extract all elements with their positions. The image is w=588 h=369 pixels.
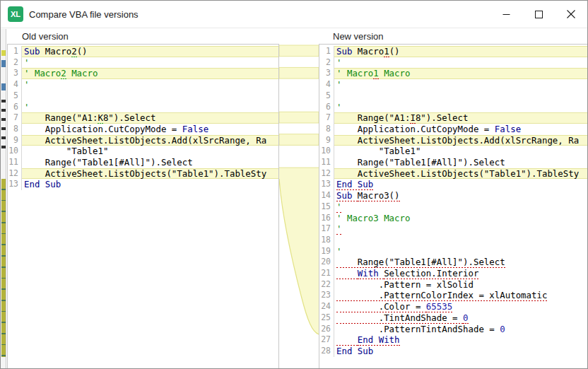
- diff-connector: [279, 44, 319, 369]
- ruler-position-mark: [1, 83, 6, 90]
- code-line: 11 Range("Table1[#All]").Select: [8, 157, 278, 168]
- line-number: 7: [319, 112, 334, 124]
- line-number: 8: [8, 124, 22, 135]
- changed-row-band: [279, 45, 319, 57]
- code-text: Range("Table1[#All]").Select: [334, 257, 588, 268]
- code-line: 18: [319, 235, 588, 246]
- line-number: 9: [319, 135, 334, 146]
- close-button[interactable]: [555, 1, 587, 28]
- code-line: 14Sub Macro3(): [319, 190, 588, 201]
- old-code-pane[interactable]: 1Sub Macro2()2'3' Macro2 Macro4'56'7 Ran…: [7, 44, 279, 369]
- line-number: 24: [319, 301, 334, 312]
- line-number: 12: [8, 168, 22, 180]
- code-text: Application.CutCopyMode = False: [334, 124, 588, 135]
- code-text: "Table1": [334, 146, 588, 157]
- code-line: 4': [8, 79, 278, 90]
- code-line: 7 Range("A1:K8").Select: [8, 112, 278, 124]
- line-number: 6: [8, 102, 22, 113]
- code-line: 9 ActiveSheet.ListObjects.Add(xlSrcRange…: [319, 135, 588, 146]
- old-code-body: 1Sub Macro2()2'3' Macro2 Macro4'56'7 Ran…: [8, 46, 278, 190]
- line-number: 13: [8, 179, 22, 190]
- code-line: 28End Sub: [319, 346, 588, 357]
- code-line: 8 Application.CutCopyMode = False: [319, 124, 588, 135]
- line-number: 6: [319, 102, 334, 113]
- line-number: 17: [319, 223, 334, 235]
- line-number: 20: [319, 257, 334, 268]
- code-text: Range("Table1[#All]").Select: [22, 157, 278, 168]
- code-text: Application.CutCopyMode = False: [22, 124, 278, 135]
- line-number: 3: [8, 68, 22, 79]
- code-text: Sub Macro1(): [334, 46, 588, 57]
- line-number: 26: [319, 324, 334, 335]
- code-line: 12 ActiveSheet.ListObjects("Table1").Tab…: [319, 168, 588, 180]
- line-number: 4: [8, 79, 22, 90]
- code-line: 5: [8, 90, 278, 102]
- new-code-pane[interactable]: 1Sub Macro1()2'3' Macro1 Macro4'56'7 Ran…: [319, 44, 588, 369]
- code-line: 2': [319, 57, 588, 69]
- code-line: 26 .PatternTintAndShade = 0: [319, 324, 588, 335]
- maximize-icon: [535, 11, 543, 18]
- line-number: 28: [319, 346, 334, 357]
- line-number: 11: [319, 157, 334, 168]
- line-number: 11: [8, 157, 22, 168]
- code-text: ActiveSheet.ListObjects.Add(xlSrcRange, …: [22, 135, 278, 146]
- ruler-diff-ticks: [1, 100, 6, 155]
- code-text: .Pattern = xlSolid: [334, 279, 588, 291]
- code-text: Sub Macro3(): [334, 190, 588, 201]
- new-code-body: 1Sub Macro1()2'3' Macro1 Macro4'56'7 Ran…: [319, 46, 588, 357]
- code-text: ': [22, 57, 278, 69]
- code-line: 2': [8, 57, 278, 69]
- ruler-position-mark: [1, 60, 6, 67]
- code-text: End With: [334, 334, 588, 346]
- code-line: 21 With Selection.Interior: [319, 268, 588, 279]
- changed-row-band: [279, 112, 319, 123]
- code-text: ' Macro1 Macro: [334, 68, 588, 79]
- code-text: Range("Table1[#All]").Select: [334, 157, 588, 168]
- line-number: 21: [319, 268, 334, 279]
- inserted-block-wedge: [279, 168, 319, 334]
- changed-row-band: [279, 67, 319, 78]
- line-number: 8: [319, 124, 334, 135]
- code-line: 9 ActiveSheet.ListObjects.Add(xlSrcRange…: [8, 135, 278, 146]
- line-number: 10: [319, 146, 334, 157]
- line-number: 1: [319, 46, 334, 57]
- code-line: 13End Sub: [8, 179, 278, 190]
- line-number: 10: [8, 146, 22, 157]
- minimize-button[interactable]: [490, 1, 522, 28]
- minimize-icon: [502, 11, 510, 18]
- code-text: End Sub: [22, 179, 278, 190]
- line-number: 16: [319, 213, 334, 224]
- code-text: Range("A1:I8").Select: [334, 112, 588, 124]
- code-text: Range("A1:K8").Select: [22, 112, 278, 124]
- maximize-button[interactable]: [522, 1, 555, 28]
- code-text: ': [334, 79, 588, 90]
- line-number: 12: [319, 168, 334, 180]
- window-title: Compare VBA file versions: [29, 9, 139, 20]
- line-number: 27: [319, 334, 334, 346]
- code-text: ': [334, 246, 588, 257]
- code-text: ActiveSheet.ListObjects("Table1").TableS…: [334, 168, 588, 180]
- code-text: With Selection.Interior: [334, 268, 588, 279]
- code-line: 3' Macro2 Macro: [8, 68, 278, 79]
- code-text: End Sub: [334, 179, 588, 190]
- line-number: 1: [8, 46, 22, 57]
- code-text: ': [334, 201, 588, 213]
- code-line: 27 End With: [319, 334, 588, 346]
- overview-ruler[interactable]: [1, 29, 6, 369]
- code-line: 20 Range("Table1[#All]").Select: [319, 257, 588, 268]
- line-number: 4: [319, 79, 334, 90]
- code-line: 8 Application.CutCopyMode = False: [8, 124, 278, 135]
- code-text: ActiveSheet.ListObjects.Add(xlSrcRange, …: [334, 135, 588, 146]
- code-text: ' Macro2 Macro: [22, 68, 278, 79]
- code-line: 10 "Table1": [8, 146, 278, 157]
- titlebar: XL Compare VBA file versions: [1, 1, 587, 28]
- line-number: 13: [319, 179, 334, 190]
- code-line: 19': [319, 246, 588, 257]
- code-text: ': [22, 102, 278, 113]
- code-text: .TintAndShade = 0: [334, 312, 588, 324]
- code-text: [22, 90, 278, 102]
- line-number: 25: [319, 312, 334, 324]
- ruler-change-mark: [1, 50, 6, 56]
- close-icon: [567, 10, 575, 18]
- excel-app-icon: XL: [8, 6, 23, 22]
